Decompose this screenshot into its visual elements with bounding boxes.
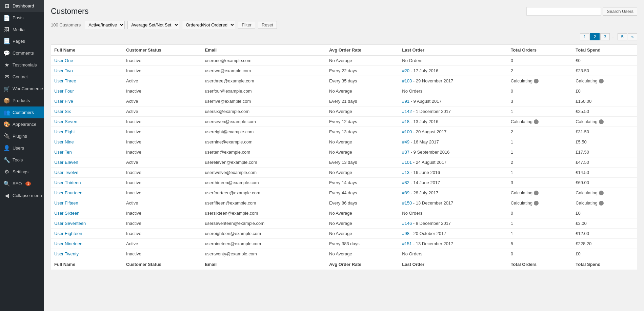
collapse-icon: ◀	[3, 192, 10, 199]
order-link[interactable]: #91	[402, 99, 409, 104]
sidebar-item-testimonials[interactable]: ★Testimonials	[0, 59, 44, 71]
sidebar-item-plugins[interactable]: 🔌Plugins	[0, 130, 44, 142]
user-link[interactable]: User Five	[54, 99, 73, 104]
order-link[interactable]: #20	[402, 68, 409, 73]
sidebar-item-collapse[interactable]: ◀Collapse menu	[0, 190, 44, 201]
cell-last-order: #82 - 14 June 2017	[399, 178, 507, 188]
user-link[interactable]: User Three	[54, 78, 76, 83]
cell-status: Inactive	[123, 168, 201, 178]
user-link[interactable]: User Sixteen	[54, 211, 79, 216]
user-link[interactable]: User One	[54, 58, 73, 63]
order-link[interactable]: #98	[402, 231, 409, 236]
user-link[interactable]: User Ten	[54, 150, 72, 155]
user-link[interactable]: User Nine	[54, 139, 74, 144]
cell-total-orders: Calculating	[507, 117, 572, 127]
reset-button[interactable]: Reset	[258, 21, 277, 29]
sidebar-item-media[interactable]: 🖼Media	[0, 24, 44, 35]
sidebar-item-customers[interactable]: 👥Customers	[0, 106, 44, 118]
order-link[interactable]: #103	[402, 78, 412, 83]
posts-icon: 📄	[3, 15, 10, 21]
cell-total-spend: £69.00	[572, 178, 637, 188]
page-1-btn[interactable]: 1	[580, 33, 589, 40]
sidebar-label-posts: Posts	[13, 15, 24, 20]
order-link[interactable]: #82	[402, 180, 409, 185]
average-filter[interactable]: Average Set/Not Set	[127, 21, 179, 29]
cell-total-orders: 2	[507, 127, 572, 137]
order-link[interactable]: #89	[402, 190, 409, 195]
order-link[interactable]: #49	[402, 139, 409, 144]
pages-icon: 📃	[3, 38, 10, 44]
ordered-filter[interactable]: Ordered/Not Ordered	[182, 21, 235, 29]
sidebar-item-products[interactable]: 📦Products	[0, 95, 44, 106]
user-link[interactable]: User Six	[54, 109, 71, 114]
sidebar-item-contact[interactable]: ✉Contact	[0, 71, 44, 83]
table-row: User FiveActiveuserfive@example.comEvery…	[51, 96, 637, 106]
page-3-btn[interactable]: 3	[600, 33, 610, 40]
user-link[interactable]: User Nineteen	[54, 241, 82, 246]
cell-total-orders: 0	[507, 208, 572, 218]
sidebar-label-testimonials: Testimonials	[13, 62, 37, 67]
page-2-btn[interactable]: 2	[590, 33, 600, 40]
sidebar-item-dashboard[interactable]: ⊞Dashboard	[0, 0, 44, 12]
cell-avg-order: No Average	[326, 218, 399, 229]
user-link[interactable]: User Seventeen	[54, 221, 86, 226]
cell-total-spend: £25.50	[572, 106, 637, 117]
cell-email: userseven@example.com	[201, 117, 326, 127]
user-link[interactable]: User Eight	[54, 129, 75, 134]
cell-status: Inactive	[123, 127, 201, 137]
cell-name: User Nineteen	[51, 239, 123, 249]
order-link[interactable]: #146	[402, 221, 412, 226]
order-link[interactable]: #13	[402, 170, 409, 175]
page-5-btn[interactable]: 5	[618, 33, 627, 40]
order-link[interactable]: #142	[402, 109, 412, 114]
search-users-button[interactable]: Search Users	[603, 7, 637, 16]
user-link[interactable]: User Seven	[54, 119, 77, 124]
cell-status: Inactive	[123, 188, 201, 198]
user-link[interactable]: User Eleven	[54, 160, 78, 165]
user-link[interactable]: User Fourteen	[54, 190, 82, 195]
user-link[interactable]: User Four	[54, 89, 74, 94]
page-next-btn[interactable]: »	[628, 33, 637, 40]
sidebar-item-settings[interactable]: ⚙Settings	[0, 166, 44, 178]
table-row: User SevenInactiveuserseven@example.comE…	[51, 117, 637, 127]
user-link[interactable]: User Twelve	[54, 170, 78, 175]
user-link[interactable]: User Fifteen	[54, 200, 78, 206]
filter-button[interactable]: Filter	[238, 21, 255, 29]
cell-name: User Nine	[51, 137, 123, 147]
sidebar-item-comments[interactable]: 💬Comments	[0, 47, 44, 59]
sidebar-item-seo[interactable]: 🔍SEO1	[0, 178, 44, 190]
user-link[interactable]: User Thirteen	[54, 180, 81, 185]
cell-name: User Four	[51, 86, 123, 96]
user-link[interactable]: User Twenty	[54, 251, 79, 256]
sidebar-item-pages[interactable]: 📃Pages	[0, 35, 44, 47]
order-link[interactable]: #18	[402, 119, 409, 124]
cell-total-spend: £17.50	[572, 147, 637, 157]
table-row: User TwoInactiveusertwo@example.comEvery…	[51, 66, 637, 76]
cell-email: usertwenty@example.com	[201, 249, 326, 259]
users-icon: 👤	[3, 145, 10, 151]
order-link[interactable]: #101	[402, 160, 412, 165]
order-link[interactable]: #151	[402, 241, 412, 246]
cell-avg-order: Every 86 days	[326, 198, 399, 208]
spinner-icon	[599, 79, 604, 83]
user-link[interactable]: User Two	[54, 68, 73, 73]
sidebar-item-posts[interactable]: 📄Posts	[0, 12, 44, 24]
order-link[interactable]: #37	[402, 150, 409, 155]
cell-last-order: #101 - 24 August 2017	[399, 157, 507, 168]
sidebar-item-appearance[interactable]: 🎨Appearance	[0, 118, 44, 130]
sidebar-item-users[interactable]: 👤Users	[0, 142, 44, 154]
sidebar-item-woocommerce[interactable]: 🛒WooCommerce	[0, 83, 44, 95]
active-inactive-filter[interactable]: Active/Inactive	[85, 21, 125, 29]
cell-last-order: #146 - 8 December 2017	[399, 218, 507, 229]
sidebar-item-tools[interactable]: 🔧Tools	[0, 154, 44, 166]
user-link[interactable]: User Eighteen	[54, 231, 82, 236]
search-input[interactable]	[526, 7, 601, 16]
order-link[interactable]: #150	[402, 200, 412, 206]
customers-icon: 👥	[3, 109, 10, 116]
order-link[interactable]: #100	[402, 129, 412, 134]
spinner-icon	[599, 201, 604, 206]
sidebar-label-contact: Contact	[13, 74, 28, 79]
cell-total-spend: £23.50	[572, 66, 637, 76]
cell-avg-order: No Average	[326, 137, 399, 147]
cell-last-order: #20 - 17 July 2016	[399, 66, 507, 76]
